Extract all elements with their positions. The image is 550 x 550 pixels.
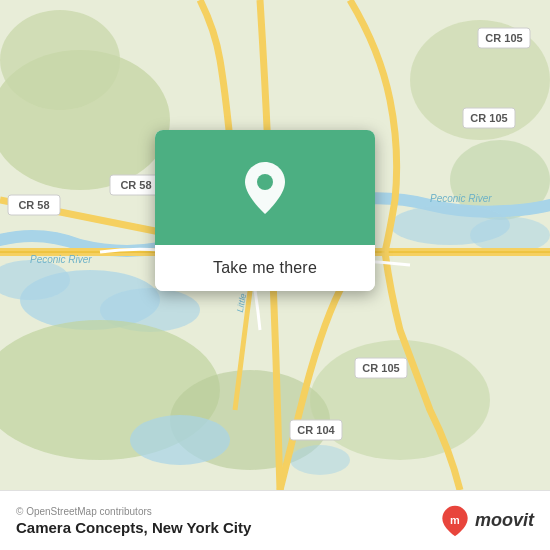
moovit-pin-icon: m	[439, 505, 471, 537]
moovit-brand-text: moovit	[475, 510, 534, 531]
svg-point-2	[0, 10, 120, 110]
bottom-bar: © OpenStreetMap contributors Camera Conc…	[0, 490, 550, 550]
svg-text:Peconic River: Peconic River	[30, 254, 92, 265]
take-me-there-button[interactable]: Take me there	[155, 245, 375, 291]
bottom-left: © OpenStreetMap contributors Camera Conc…	[16, 506, 251, 536]
map-container: CR 105 CR 105 CR 105 CR 104 CR 58 CR 58 …	[0, 0, 550, 490]
location-pin-icon	[241, 164, 289, 212]
svg-text:CR 104: CR 104	[297, 424, 335, 436]
popup-map-area	[155, 130, 375, 245]
svg-text:Peconic River: Peconic River	[430, 193, 492, 204]
popup-card: Take me there	[155, 130, 375, 291]
moovit-logo: m moovit	[439, 505, 534, 537]
location-name: Camera Concepts, New York City	[16, 519, 251, 536]
svg-point-9	[470, 217, 550, 253]
svg-text:CR 105: CR 105	[362, 362, 399, 374]
svg-point-33	[257, 174, 273, 190]
svg-text:CR 105: CR 105	[470, 112, 507, 124]
svg-point-13	[130, 415, 230, 465]
svg-text:CR 105: CR 105	[485, 32, 522, 44]
svg-text:m: m	[450, 513, 460, 525]
svg-text:CR 58: CR 58	[120, 179, 151, 191]
svg-text:CR 58: CR 58	[18, 199, 49, 211]
attribution-text: © OpenStreetMap contributors	[16, 506, 251, 517]
svg-point-14	[290, 445, 350, 475]
